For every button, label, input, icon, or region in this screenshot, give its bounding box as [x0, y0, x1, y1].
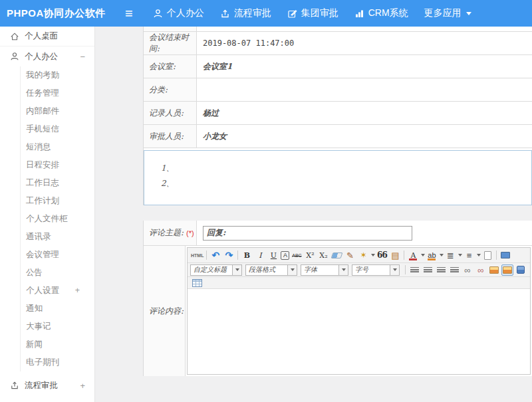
- superscript-icon[interactable]: X²: [304, 250, 316, 261]
- select-value: 自定义标题: [191, 265, 232, 275]
- editor-toolbar-row3: [188, 277, 530, 289]
- table-row-meeting-room: 会议室: 会议室1: [144, 55, 532, 78]
- sidebar-section-personal-office[interactable]: 个人办公 −: [0, 47, 94, 66]
- nav-item-crm-system[interactable]: CRM系统: [354, 7, 408, 19]
- toolbar-separator: [405, 265, 406, 274]
- toolbar-separator: [404, 251, 404, 260]
- sidebar-item-personal-file-cabinet[interactable]: 个人文件柜: [21, 210, 94, 228]
- font-size-select[interactable]: 字号: [352, 264, 400, 276]
- dropdown-arrow-icon: [232, 265, 241, 275]
- nav-item-personal-office[interactable]: 个人办公: [153, 7, 204, 19]
- unlink-icon[interactable]: ∞: [475, 264, 487, 276]
- font-color-icon[interactable]: A: [407, 250, 419, 261]
- select-value: 段落格式: [246, 265, 287, 275]
- dropdown-arrow-icon[interactable]: [477, 254, 481, 256]
- bold-icon[interactable]: B: [241, 250, 253, 261]
- table-row-meeting-end-time: 会议结束时间: 2019-08-07 11:47:00: [144, 32, 532, 55]
- sidebar-item-schedule[interactable]: 日程安排: [21, 156, 94, 174]
- font-family-select[interactable]: 字体: [301, 264, 348, 276]
- collapse-icon[interactable]: −: [80, 52, 85, 62]
- meeting-notes-textarea[interactable]: 1、 2、: [144, 150, 532, 205]
- sidebar-item-internal-mail[interactable]: 内部邮件: [21, 102, 94, 120]
- unordered-list-icon[interactable]: ≡: [463, 250, 475, 261]
- sidebar-item-work-log[interactable]: 工作日志: [21, 174, 94, 192]
- comment-content-label: 评论内容:: [149, 306, 184, 317]
- chart-icon: [354, 9, 364, 19]
- align-right-icon[interactable]: [435, 264, 447, 276]
- hamburger-menu-icon[interactable]: ≡: [125, 7, 133, 20]
- dropdown-arrow-icon[interactable]: [440, 254, 444, 256]
- underline-icon[interactable]: U: [267, 250, 279, 261]
- toolbar-separator: [206, 251, 207, 260]
- upload-image-icon[interactable]: [501, 264, 513, 276]
- redo-icon[interactable]: ↷: [223, 250, 235, 261]
- italic-icon[interactable]: I: [254, 250, 266, 261]
- align-center-icon[interactable]: [422, 264, 434, 276]
- sidebar-item-personal-desktop[interactable]: 个人桌面: [0, 27, 94, 47]
- sidebar-item-notice[interactable]: 通知: [21, 300, 94, 318]
- align-justify-icon[interactable]: [448, 264, 460, 276]
- nav-item-more-apps[interactable]: 更多应用: [424, 7, 471, 19]
- sidebar-item-meeting-management[interactable]: 会议管理: [21, 246, 94, 264]
- nav-item-workflow-approval[interactable]: 流程审批: [220, 7, 271, 19]
- autoformat-icon[interactable]: ✶: [357, 250, 369, 261]
- sidebar-item-e-journal[interactable]: 电子期刊: [21, 353, 94, 371]
- nav-item-group-approval[interactable]: 集团审批: [287, 7, 338, 19]
- blockquote-icon[interactable]: 66: [376, 250, 388, 261]
- caret-down-icon: [466, 12, 471, 15]
- subscript-icon[interactable]: X₂: [317, 250, 329, 261]
- expand-icon[interactable]: +: [80, 381, 85, 391]
- flow-icon: [10, 381, 19, 390]
- insert-media-icon[interactable]: [515, 264, 527, 276]
- dropdown-arrow-icon[interactable]: [458, 254, 462, 256]
- ordered-list-icon[interactable]: ≣: [444, 250, 456, 261]
- format-eraser-icon[interactable]: [331, 250, 342, 261]
- custom-heading-select[interactable]: 自定义标题: [190, 264, 242, 276]
- undo-icon[interactable]: ↶: [209, 250, 221, 261]
- field-value: 2019-08-07 11:47:00: [203, 39, 294, 48]
- field-label: 记录人员:: [149, 108, 184, 119]
- field-value: 会议室1: [203, 61, 232, 72]
- paragraph-format-select[interactable]: 段落格式: [245, 264, 297, 276]
- field-value: 小龙女: [203, 131, 227, 142]
- sidebar-item-task-management[interactable]: 任务管理: [21, 84, 94, 102]
- toolbar-separator: [496, 251, 497, 260]
- link-icon[interactable]: ∞: [462, 264, 473, 276]
- fullscreen-icon[interactable]: [499, 250, 511, 261]
- new-page-icon[interactable]: [481, 250, 493, 261]
- select-value: 字号: [352, 265, 390, 275]
- sidebar-item-personal-settings[interactable]: 个人设置 +: [21, 282, 94, 300]
- dropdown-arrow-icon: [338, 265, 348, 275]
- highlight-color-icon[interactable]: ab: [426, 250, 438, 261]
- label-cell: [144, 27, 197, 31]
- notes-line: 1、: [161, 161, 531, 176]
- nav-label: 更多应用: [424, 7, 462, 19]
- sidebar-item-mobile-sms[interactable]: 手机短信: [21, 120, 94, 138]
- insert-image-icon[interactable]: [488, 264, 500, 276]
- nav-label: 流程审批: [234, 7, 271, 19]
- sidebar-item-announcement[interactable]: 公告: [21, 264, 94, 282]
- editor-content-area[interactable]: [188, 289, 530, 374]
- strikethrough-icon[interactable]: ABC: [291, 250, 303, 261]
- format-painter-icon[interactable]: ✎: [344, 250, 356, 261]
- sidebar-item-work-plan[interactable]: 工作计划: [21, 192, 94, 210]
- paste-icon[interactable]: ▤: [389, 250, 401, 261]
- sidebar-item-address-book[interactable]: 通讯录: [21, 228, 94, 246]
- sidebar-item-memorabilia[interactable]: 大事记: [21, 318, 94, 336]
- notes-line: 2、: [161, 176, 531, 191]
- sidebar-item-my-attendance[interactable]: 我的考勤: [21, 66, 94, 84]
- insert-table-icon[interactable]: [191, 277, 203, 288]
- sidebar-item-short-message[interactable]: 短消息: [21, 138, 94, 156]
- comment-content-row: 评论内容: HTML ↶ ↷ B I U A: [144, 246, 532, 376]
- editor-toolbar-row1: HTML ↶ ↷ B I U A ABC X² X₂: [188, 248, 530, 263]
- comment-panel: 评论主题: (*) 评论内容: HTML ↶ ↷: [143, 221, 532, 376]
- align-left-icon[interactable]: [408, 264, 420, 276]
- dropdown-arrow-icon[interactable]: [371, 254, 375, 256]
- sidebar-section-workflow-approval[interactable]: 流程审批 +: [0, 375, 94, 395]
- sidebar-item-news[interactable]: 新闻: [21, 336, 94, 353]
- font-style-icon[interactable]: A: [281, 251, 289, 260]
- expand-icon[interactable]: +: [75, 282, 80, 300]
- dropdown-arrow-icon[interactable]: [421, 254, 425, 256]
- html-source-button[interactable]: HTML: [191, 250, 203, 261]
- comment-subject-input[interactable]: [203, 226, 412, 241]
